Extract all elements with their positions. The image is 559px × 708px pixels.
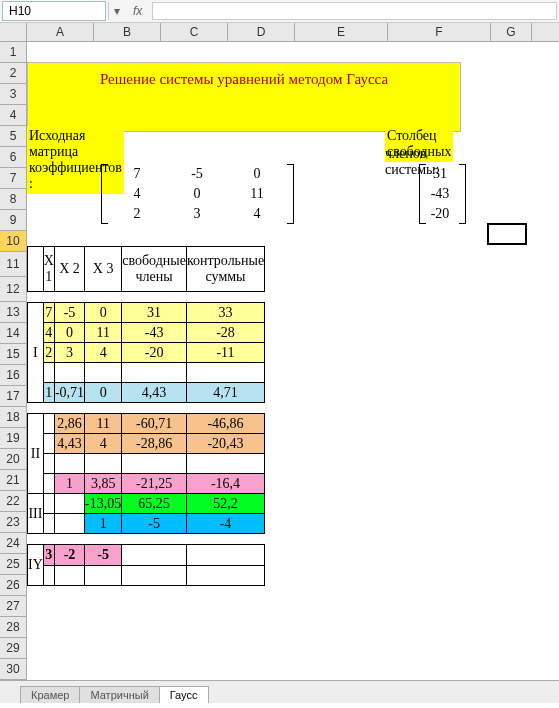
row-header[interactable]: 3 xyxy=(0,84,27,105)
cell[interactable]: -0,71 xyxy=(54,383,84,403)
cell[interactable] xyxy=(43,434,54,454)
cell[interactable]: -46,86 xyxy=(186,414,264,434)
fx-label[interactable]: fx xyxy=(125,4,150,18)
col-header-g[interactable]: G xyxy=(491,23,532,41)
stage-label[interactable]: I xyxy=(28,303,44,403)
row-header[interactable]: 29 xyxy=(0,638,27,659)
row-header[interactable]: 14 xyxy=(0,323,27,344)
name-box-dropdown[interactable]: ▾ xyxy=(108,2,125,20)
cell[interactable]: -20 xyxy=(122,343,187,363)
cell[interactable] xyxy=(122,545,187,566)
cell[interactable] xyxy=(43,494,54,514)
cell[interactable]: -5 xyxy=(54,303,84,323)
row-header[interactable]: 26 xyxy=(0,575,27,596)
cell[interactable]: -60,71 xyxy=(122,414,187,434)
cell[interactable]: -43 xyxy=(122,323,187,343)
cell[interactable]: 1 xyxy=(85,514,122,534)
cell[interactable] xyxy=(54,494,84,514)
row-header[interactable]: 17 xyxy=(0,386,27,407)
cell[interactable]: -21,25 xyxy=(122,474,187,494)
row-header[interactable]: 7 xyxy=(0,168,27,189)
formula-input[interactable] xyxy=(152,2,557,20)
cell[interactable] xyxy=(54,514,84,534)
row-header[interactable]: 6 xyxy=(0,147,27,168)
cell[interactable]: 65,25 xyxy=(122,494,187,514)
row-header[interactable]: 16 xyxy=(0,365,27,386)
stage-label[interactable]: III xyxy=(28,494,44,534)
cell[interactable]: 2,86 xyxy=(54,414,84,434)
row-header[interactable]: 24 xyxy=(0,533,27,554)
header-control[interactable]: контрольные суммы xyxy=(186,247,264,292)
row-header[interactable]: 13 xyxy=(0,302,27,323)
cell[interactable]: -16,4 xyxy=(186,474,264,494)
cell[interactable]: 11 xyxy=(85,414,122,434)
cell[interactable]: 7 xyxy=(43,303,54,323)
stage-label[interactable]: IY xyxy=(28,545,44,586)
header-x3[interactable]: X 3 xyxy=(85,247,122,292)
row-header[interactable]: 1 xyxy=(0,42,27,63)
cell[interactable]: 31 xyxy=(122,303,187,323)
cell[interactable]: -20,43 xyxy=(186,434,264,454)
cell[interactable] xyxy=(186,545,264,566)
grid-area[interactable]: // nothing – grid cells rendered below v… xyxy=(27,42,559,680)
row-header[interactable]: 15 xyxy=(0,344,27,365)
sheet-tab-active[interactable]: Гаусс xyxy=(159,686,209,703)
cell[interactable]: 3 xyxy=(43,545,54,566)
row-header[interactable]: 27 xyxy=(0,596,27,617)
col-header-a[interactable]: A xyxy=(27,23,94,41)
cell[interactable]: -2 xyxy=(54,545,84,566)
cell[interactable]: 52,2 xyxy=(186,494,264,514)
cell[interactable] xyxy=(43,514,54,534)
cell[interactable]: 33 xyxy=(186,303,264,323)
col-header-d[interactable]: D xyxy=(228,23,295,41)
cell[interactable]: 4 xyxy=(85,343,122,363)
select-all-corner[interactable] xyxy=(0,23,27,41)
row-header[interactable]: 10 xyxy=(0,231,27,252)
row-header[interactable]: 30 xyxy=(0,659,27,680)
cell[interactable]: -5 xyxy=(122,514,187,534)
cell[interactable] xyxy=(43,414,54,434)
sheet-tab[interactable]: Матричный xyxy=(79,686,159,703)
cell[interactable]: 0 xyxy=(54,323,84,343)
cell[interactable]: 4,43 xyxy=(54,434,84,454)
row-header[interactable]: 28 xyxy=(0,617,27,638)
stage-label[interactable]: II xyxy=(28,414,44,494)
col-header-b[interactable]: B xyxy=(94,23,161,41)
cell[interactable]: 1 xyxy=(54,474,84,494)
sheet-tab[interactable]: Крамер xyxy=(20,686,80,703)
row-header[interactable]: 8 xyxy=(0,189,27,210)
cell[interactable]: 0 xyxy=(85,303,122,323)
cell[interactable]: -13,05 xyxy=(85,494,122,514)
cell[interactable]: -28 xyxy=(186,323,264,343)
header-free[interactable]: свободные члены xyxy=(122,247,187,292)
col-header-c[interactable]: C xyxy=(161,23,228,41)
cell[interactable]: 4,71 xyxy=(186,383,264,403)
row-header[interactable]: 21 xyxy=(0,470,27,491)
row-header[interactable]: 20 xyxy=(0,449,27,470)
row-header[interactable]: 18 xyxy=(0,407,27,428)
col-header-e[interactable]: E xyxy=(295,23,388,41)
cell[interactable]: 3 xyxy=(54,343,84,363)
row-header[interactable]: 9 xyxy=(0,210,27,231)
header-x2[interactable]: X 2 xyxy=(54,247,84,292)
name-box[interactable]: H10 xyxy=(2,1,106,21)
cell[interactable]: -28,86 xyxy=(122,434,187,454)
cell[interactable]: -4 xyxy=(186,514,264,534)
cell[interactable]: 11 xyxy=(85,323,122,343)
row-header[interactable]: 19 xyxy=(0,428,27,449)
cell[interactable] xyxy=(43,474,54,494)
cell[interactable]: 4 xyxy=(43,323,54,343)
cell[interactable]: 0 xyxy=(85,383,122,403)
row-header[interactable]: 23 xyxy=(0,512,27,533)
cell[interactable] xyxy=(28,247,44,292)
cell[interactable]: 4 xyxy=(85,434,122,454)
row-header[interactable]: 4 xyxy=(0,105,27,126)
row-header[interactable]: 25 xyxy=(0,554,27,575)
cell[interactable]: -11 xyxy=(186,343,264,363)
cell[interactable]: 2 xyxy=(43,343,54,363)
header-x1[interactable]: X 1 xyxy=(43,247,54,292)
row-header[interactable]: 5 xyxy=(0,126,27,147)
row-header[interactable]: 2 xyxy=(0,63,27,84)
cell[interactable]: 4,43 xyxy=(122,383,187,403)
row-header[interactable]: 22 xyxy=(0,491,27,512)
